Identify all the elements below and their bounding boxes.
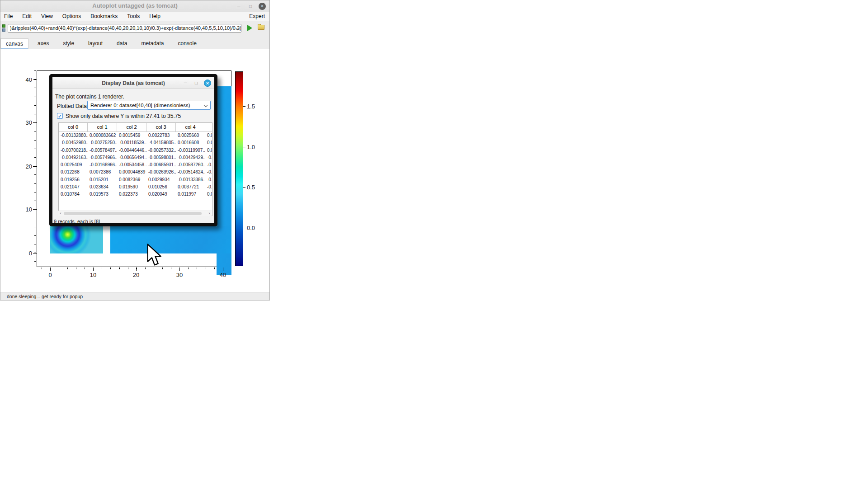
x-axis-minor-ticks — [37, 267, 231, 269]
table-cell: 0.023634 — [88, 183, 117, 191]
tab-console[interactable]: console — [173, 38, 202, 49]
data-table[interactable]: col 0col 1col 2col 3col 4-0.00132880...0… — [58, 122, 212, 216]
table-cell: -0.0 — [205, 176, 212, 183]
tab-data[interactable]: data — [112, 38, 132, 49]
table-cell: -0.00578497... — [88, 147, 117, 154]
dialog-minimize-icon[interactable]: – — [182, 80, 189, 87]
dialog-titlebar[interactable]: Display Data (as tomcat) – □ × — [52, 77, 214, 89]
table-row[interactable]: -0.00452980...-0.00275250...-0.00118539.… — [59, 139, 212, 146]
status-message: done sleeping... get ready for popup — [7, 294, 83, 299]
plotted-data-select[interactable]: Renderer 0: dataset[40,40] (dimensionles… — [87, 101, 211, 110]
table-cell: 0.00 — [205, 191, 212, 198]
table-row[interactable]: 0.0107840.0195730.0223730.0200490.011997… — [59, 191, 212, 198]
table-cell: 0.019573 — [88, 191, 117, 198]
table-cell: -4.04159805... — [146, 139, 176, 146]
y-tick-10: 10 — [19, 206, 32, 213]
menu-bookmarks[interactable]: Bookmarks — [90, 13, 118, 19]
records-count-text: 9 records, each is [8] — [54, 219, 100, 224]
table-cell: -0.0 — [205, 183, 212, 191]
table-cell: 0.0037721 — [176, 183, 205, 191]
table-cell: -0.00132880... — [59, 132, 88, 139]
renderer-count-text: The plot contains 1 renderer. — [55, 94, 124, 100]
menu-tools[interactable]: Tools — [127, 13, 140, 19]
x-tick-20: 20 — [127, 272, 145, 278]
colorbar-tick-1-5: 1.5 — [247, 103, 255, 110]
filter-checkbox[interactable]: ✓ — [57, 113, 63, 119]
table-cell: -0.00587260... — [176, 161, 205, 169]
menu-options[interactable]: Options — [62, 13, 81, 19]
maximize-icon[interactable]: □ — [247, 3, 254, 10]
go-button[interactable] — [245, 23, 255, 33]
expert-mode-label[interactable]: Expert — [249, 13, 265, 19]
autoplot-window: Autoplot untagged (as tomcat) – □ × File… — [0, 0, 270, 300]
colorbar[interactable] — [235, 71, 243, 266]
table-cell: -0.00514624... — [176, 169, 205, 176]
scroll-right-icon[interactable]: › — [207, 211, 212, 216]
table-cell: -0.00534458... — [117, 161, 146, 169]
column-header[interactable]: col 3 — [146, 123, 176, 131]
scrollbar-thumb[interactable] — [64, 212, 202, 215]
tab-layout[interactable]: layout — [83, 38, 108, 49]
table-cell: 0.0029934 — [146, 176, 176, 183]
table-row[interactable]: -0.00700218...-0.00578497...-0.00446446.… — [59, 147, 212, 154]
window-titlebar[interactable]: Autoplot untagged (as tomcat) – □ × — [0, 0, 269, 12]
dialog-close-icon[interactable]: × — [204, 80, 211, 87]
colorbar-tick-0-5: 0.5 — [247, 184, 255, 191]
table-cell: -0.00656494... — [117, 154, 146, 161]
table-cell: 0.00 — [205, 132, 212, 139]
plotted-data-value: Renderer 0: dataset[40,40] (dimensionles… — [90, 103, 190, 108]
menu-help[interactable]: Help — [149, 13, 160, 19]
column-header[interactable]: col 0 — [59, 123, 88, 131]
display-data-dialog: Display Data (as tomcat) – □ × The plot … — [49, 74, 217, 226]
heatmap-ripple-tile — [50, 226, 103, 253]
tab-axes[interactable]: axes — [33, 38, 54, 49]
colorbar-tick-1-0: 1.0 — [247, 144, 255, 150]
tab-canvas[interactable]: canvas — [0, 38, 28, 49]
column-header[interactable]: col 2 — [117, 123, 146, 131]
table-row[interactable]: -0.00132880...0.0000836620.00154590.0022… — [59, 132, 212, 139]
menu-file[interactable]: File — [4, 13, 13, 19]
table-row[interactable]: 0.0025409-0.00168966...-0.00534458...-0.… — [59, 161, 212, 169]
tab-metadata[interactable]: metadata — [136, 38, 169, 49]
table-cell: -0.00275250... — [88, 139, 117, 146]
x-tick-40: 40 — [214, 272, 232, 278]
pngwalk-button[interactable] — [257, 23, 265, 32]
filter-label: Show only data where Y is within 27.41 t… — [66, 113, 181, 119]
table-cell: -0.0 — [205, 169, 212, 176]
menu-view[interactable]: View — [41, 13, 53, 19]
table-cell: -0.00118539... — [117, 139, 146, 146]
scroll-left-icon[interactable]: ‹ — [58, 211, 63, 216]
table-cell: -0.00700218... — [59, 147, 88, 154]
table-row[interactable]: -0.00492163...-0.00574966...-0.00656494.… — [59, 154, 212, 161]
table-cell: -0.00452980... — [59, 139, 88, 146]
column-header[interactable] — [205, 123, 212, 131]
table-row[interactable]: 0.0192560.0152010.00823690.0029934-0.001… — [59, 176, 212, 183]
tab-style[interactable]: style — [58, 38, 79, 49]
table-cell: -0.0 — [205, 154, 212, 161]
plot-canvas[interactable]: 40 30 20 10 0 0 10 20 30 40 — [0, 49, 269, 293]
desktop: Autoplot untagged (as tomcat) – □ × File… — [0, 0, 868, 488]
table-cell: 0.000044839 — [117, 169, 146, 176]
close-icon[interactable]: × — [259, 3, 266, 10]
table-cell: 0.020049 — [146, 191, 176, 198]
table-cell: -0.00492163... — [59, 154, 88, 161]
table-cell: 0.019590 — [117, 183, 146, 191]
play-icon — [247, 25, 252, 31]
menu-edit[interactable]: Edit — [22, 13, 32, 19]
column-header[interactable]: col 1 — [88, 123, 117, 131]
table-row[interactable]: 0.0122680.00723860.000044839-0.00263926.… — [59, 169, 212, 176]
uri-input[interactable]: )&ripples(40,40)+rand(40,40)*(exp(-dista… — [8, 24, 241, 33]
y-tick-40: 40 — [19, 76, 32, 83]
column-header[interactable]: col 4 — [176, 123, 205, 131]
table-cell: 0.0025660 — [176, 132, 205, 139]
table-cell: 0.0022783 — [146, 132, 176, 139]
table-cell: 0.021047 — [59, 183, 88, 191]
table-cell: 0.000083662 — [88, 132, 117, 139]
dialog-maximize-icon[interactable]: □ — [193, 80, 200, 87]
table-cell: 0.00 — [205, 139, 212, 146]
minimize-icon[interactable]: – — [235, 3, 242, 10]
table-hscrollbar[interactable]: ‹ › — [58, 211, 212, 216]
datasource-status-icon — [2, 24, 6, 32]
x-tick-30: 30 — [170, 272, 189, 278]
table-row[interactable]: 0.0210470.0236340.0195900.0102560.003772… — [59, 183, 212, 191]
